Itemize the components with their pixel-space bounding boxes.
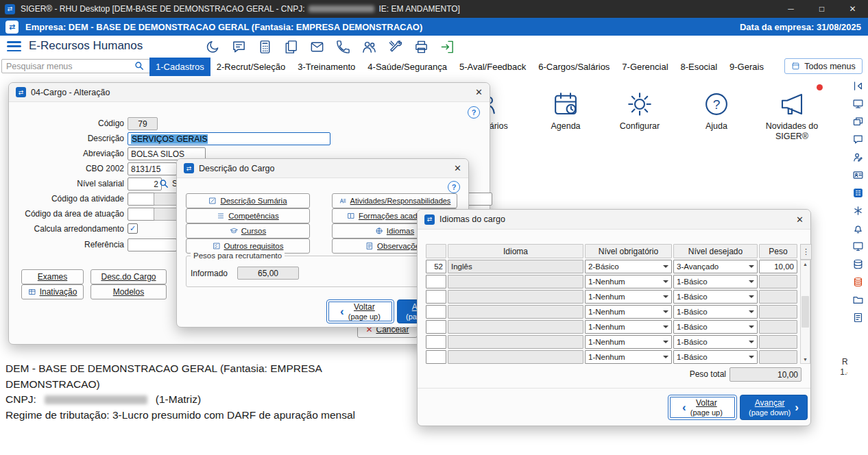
tab-recrut-selecao[interactable]: 2-Recrut/Seleção [210,58,291,76]
tab-esocial[interactable]: 8-Esocial [675,58,723,76]
tab-treinamento[interactable]: 3-Treinamento [291,58,361,76]
close-icon[interactable]: ✕ [454,163,461,173]
nivel-obrigatorio-select[interactable]: 1-Nenhum [585,305,672,319]
code-cell[interactable]: 52 [426,260,446,273]
phone-icon[interactable] [335,38,352,56]
bell-icon[interactable] [852,223,864,234]
tab-saude-seguranca[interactable]: 4-Saúde/Segurança [361,58,453,76]
remote-access-icon[interactable] [852,98,864,110]
inativacao-button[interactable]: Inativação [21,284,84,299]
chat-icon[interactable] [230,38,248,56]
descricao-sumaria-button[interactable]: Descrição Sumária [186,193,310,208]
nivel-obrigatorio-select[interactable]: 1-Nenhum [585,320,672,334]
nivel-desejado-select[interactable]: 1-Básico [673,290,758,304]
all-menus-button[interactable]: Todos menus [784,58,863,74]
shortcut-novidades[interactable]: Novidades do SIGER® [758,90,826,142]
notes-icon[interactable] [282,38,300,56]
nivel-label: Nível salarial [9,179,124,188]
shortcut-agenda[interactable]: Agenda [531,90,600,132]
user-edit-icon[interactable] [852,151,864,163]
folder-icon[interactable] [852,294,864,306]
exit-icon[interactable] [439,38,456,56]
asterisk-icon[interactable] [852,205,864,217]
nivel-obrigatorio-select[interactable]: 1-Nenhum [585,350,672,364]
voltar-button[interactable]: ‹ Voltar(page up) [668,395,737,420]
nivel-field[interactable]: 2 [128,177,162,190]
coins-icon[interactable] [852,276,864,288]
tab-cargos-salarios[interactable]: 6-Cargos/Salários [532,58,616,76]
scroll-up-icon[interactable]: ▲ [803,262,808,267]
nivel-obrigatorio-select[interactable]: 2-Básico [585,260,672,273]
peso-cell[interactable]: 10,00 [759,260,797,273]
nivel-desejado-select[interactable]: 1-Básico [673,275,758,288]
document-icon[interactable] [852,312,864,323]
collapse-panel-icon[interactable] [852,80,864,92]
nivel-desejado-select[interactable]: 1-Básico [673,320,758,334]
help-icon[interactable]: ? [448,181,460,193]
peso-cell [759,350,797,364]
apps-grid-icon[interactable] [852,187,864,199]
idiomas-dialog-titlebar[interactable]: ⇄ Idiomas do cargo ✕ [418,210,810,230]
voltar-button[interactable]: ‹ Voltar(page up) [326,299,394,323]
lookup-icon[interactable] [159,179,169,188]
code-cell[interactable] [426,305,446,319]
tab-cadastros[interactable]: 1-Cadastros [149,58,210,76]
shortcut-ajuda[interactable]: ? Ajuda [682,90,751,132]
code-cell[interactable] [426,290,446,304]
competencias-button[interactable]: Competências [186,208,310,223]
windows-stack-icon[interactable] [852,116,864,127]
nivel-obrigatorio-select[interactable]: 1-Nenhum [585,290,672,304]
referencia-field[interactable] [128,238,177,251]
tab-aval-feedback[interactable]: 5-Aval/Feedback [453,58,532,76]
nivel-desejado-select[interactable]: 3-Avançado [673,260,758,273]
close-icon[interactable]: ✕ [796,214,804,225]
search-icon[interactable] [134,61,144,71]
nivel-desejado-select[interactable]: 1-Básico [673,305,758,319]
tab-gerencial[interactable]: 7-Gerencial [616,58,674,76]
help-icon[interactable]: ? [468,106,480,119]
scroll-thumb[interactable] [801,296,809,328]
nivel-obrigatorio-select[interactable]: 1-Nenhum [585,275,672,288]
atividades-responsabilidades-button[interactable]: Atividades/Responsabilidades [332,193,457,208]
nivel-desejado-select[interactable]: 1-Básico [673,335,758,349]
cargo-dialog-titlebar[interactable]: ⇄ 04-Cargo - Alteração ✕ [9,83,490,102]
chevron-down-icon [749,280,754,286]
descricao-field[interactable]: SERVIÇOS GERAIS [128,132,330,145]
menu-hamburger-icon[interactable] [7,41,21,51]
search-input[interactable] [1,59,154,73]
modelos-button[interactable]: Modelos [91,284,167,299]
maximize-button[interactable]: □ [806,0,837,18]
close-button[interactable]: ✕ [837,0,868,18]
database-icon[interactable] [852,258,864,270]
calcula-checkbox[interactable]: ✓ [128,223,138,234]
cbo-field[interactable]: 8131/15 [128,162,177,175]
chat-help-icon[interactable] [852,134,864,145]
shortcut-configurar[interactable]: Configurar [605,90,674,132]
code-cell[interactable] [426,335,446,349]
grid-options-button[interactable]: ⋮ [800,244,812,260]
monitor-icon[interactable] [852,241,864,252]
company-line-1: DEM - BASE DE DEMONSTRACAO GERAL (Fantas… [5,361,340,377]
nivel-desejado-select[interactable]: 1-Básico [673,350,758,364]
nivel-obrigatorio-select[interactable]: 1-Nenhum [585,335,672,349]
id-card-icon[interactable] [852,169,864,181]
code-cell[interactable] [426,350,446,364]
table-scrollbar[interactable]: ▲ ▼ [800,260,810,364]
avancar-button[interactable]: Avançar(page down) › [740,395,808,420]
code-cell[interactable] [426,275,446,288]
code-cell[interactable] [426,320,446,334]
minimize-button[interactable]: ─ [775,0,806,18]
dark-mode-icon[interactable] [204,38,221,56]
scroll-down-icon[interactable]: ▼ [803,357,808,362]
mail-icon[interactable] [309,38,326,56]
cursos-button[interactable]: Cursos [186,223,310,238]
printer-icon[interactable] [413,38,430,56]
exames-button[interactable]: Exames [21,269,84,284]
desc-cargo-button[interactable]: Desc.do Cargo [91,269,167,284]
users-icon[interactable] [361,38,378,56]
tab-gerais[interactable]: 9-Gerais [723,58,770,76]
descricao-dialog-titlebar[interactable]: ⇄ Descrição do Cargo ✕ [177,159,468,178]
tools-icon[interactable] [387,38,404,56]
calculator-icon[interactable] [256,38,274,56]
close-icon[interactable]: ✕ [475,87,483,97]
